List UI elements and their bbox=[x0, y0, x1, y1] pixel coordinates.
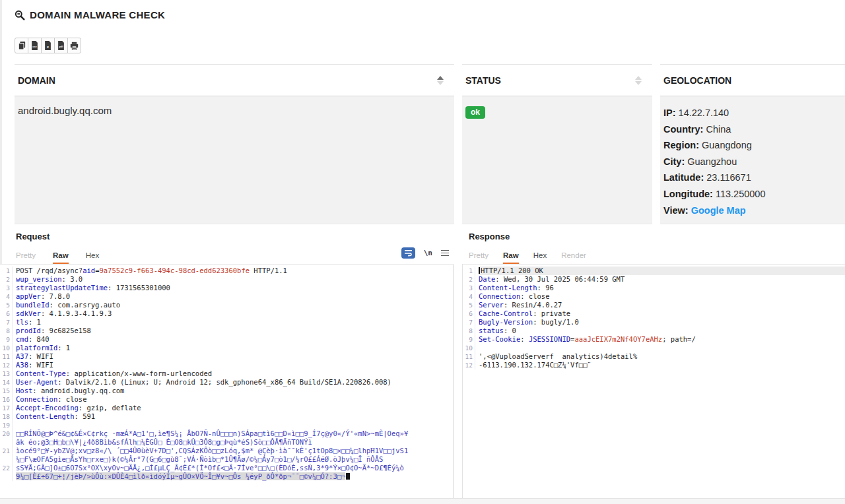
sort-icon bbox=[437, 76, 444, 85]
newline-toggle[interactable]: \n bbox=[424, 249, 432, 257]
code-line: 7Bugly-Version: bugly/1.0 bbox=[463, 318, 845, 327]
code-line: 8status: 0 bbox=[463, 327, 845, 335]
code-line: 19 bbox=[0, 421, 453, 429]
excel-file-icon: x bbox=[44, 41, 51, 50]
code-line: 8prodId: 9c6825e158 bbox=[0, 327, 453, 335]
tab-raw[interactable]: Raw bbox=[503, 251, 519, 264]
table-header-row: DOMAIN STATUS GEOLOCATION bbox=[15, 64, 845, 96]
editor-menu-icon[interactable] bbox=[441, 250, 449, 257]
code-line: 17Accept-Encoding: gzip, deflate bbox=[0, 404, 453, 412]
bottom-scrollbar-track[interactable] bbox=[0, 498, 845, 504]
geolocation-details: IP: 14.22.7.140Country: ChinaRegion: Gua… bbox=[663, 105, 838, 218]
code-line: 4Connection: close bbox=[463, 292, 845, 301]
svg-text:csv: csv bbox=[32, 45, 37, 48]
code-line: 9cmd: 840 bbox=[0, 335, 453, 344]
column-header-status[interactable]: STATUS bbox=[462, 64, 652, 96]
code-line: 6sdkVer: 4.1.9.3-4.1.9.3 bbox=[0, 309, 453, 318]
code-line: 11A37: WIFI bbox=[0, 352, 453, 361]
code-line: 15Host: android.bugly.qq.com bbox=[0, 387, 453, 395]
request-panel-title: Request bbox=[16, 232, 50, 241]
geo-value: 23.116671 bbox=[706, 172, 751, 183]
code-line: 2Date: Wed, 30 Jul 2025 06:44:59 GMT bbox=[463, 275, 845, 284]
wrap-lines-toggle[interactable] bbox=[401, 247, 415, 259]
code-line: 5bundleId: com.arsryg.auto bbox=[0, 301, 453, 309]
code-line: ¼□F\æOFA5gìe□ÅsYh□rxe□)k(©¼Âr°7(G□6□gù8¯… bbox=[0, 455, 453, 464]
geo-field: Country: China bbox=[663, 121, 838, 138]
request-panel: Request Pretty Raw Hex \n bbox=[0, 230, 454, 499]
export-excel-button[interactable]: x bbox=[41, 38, 55, 53]
text-caret bbox=[346, 473, 350, 480]
tab-hex[interactable]: Hex bbox=[86, 251, 99, 264]
csv-file-icon: csv bbox=[31, 41, 38, 50]
geo-field: City: Guangzhou bbox=[663, 154, 838, 170]
status-badge: ok bbox=[465, 106, 485, 119]
code-line: 13Content-Type: application/x-www-form-u… bbox=[0, 369, 453, 378]
page: DOMAIN MALWARE CHECK csv bbox=[0, 0, 845, 504]
response-raw-editor[interactable]: 1HTTP/1.1 200 OK2Date: Wed, 30 Jul 2025 … bbox=[462, 264, 845, 499]
search-icon bbox=[15, 10, 25, 20]
copy-icon bbox=[18, 41, 26, 50]
status-cell: ok bbox=[462, 96, 652, 224]
code-line: 4appVer: 7.8.0 bbox=[0, 292, 453, 301]
export-csv-button[interactable]: csv bbox=[28, 38, 42, 53]
domain-value: android.bugly.qq.com bbox=[18, 104, 112, 116]
code-line: 10 bbox=[463, 344, 845, 352]
code-line: 12-6113.190.132.174C□Z¼'Vf□□¨ bbox=[463, 361, 845, 369]
column-header-geolocation[interactable]: GEOLOCATION bbox=[660, 64, 845, 96]
code-line: 22sS¥Å;GÄ□]O±□6O7Sx°OX\xyOv~□ÄÅ¿‚□Í£µLÇ_… bbox=[0, 464, 453, 472]
pdf-file-icon: pdf bbox=[57, 41, 65, 50]
code-line: 1HTTP/1.1 200 OK bbox=[463, 267, 845, 275]
code-line: 12A38: WIFI bbox=[0, 361, 453, 369]
request-raw-editor[interactable]: 1POST /rqd/async?aid=9a7552c9-f663-494c-… bbox=[0, 264, 454, 499]
print-button[interactable] bbox=[67, 38, 81, 53]
geo-value: 14.22.7.140 bbox=[679, 108, 729, 118]
geo-field: Region: Guangdong bbox=[663, 137, 838, 154]
code-line: 18Content-Length: 591 bbox=[0, 412, 453, 421]
tab-pretty[interactable]: Pretty bbox=[16, 251, 36, 264]
column-label: STATUS bbox=[465, 75, 501, 86]
response-panel: Response Pretty Raw Hex Render 1HTTP/1.1… bbox=[462, 230, 845, 499]
code-line: 14User-Agent: Dalvik/2.1.0 (Linux; U; An… bbox=[0, 378, 453, 387]
tab-hex[interactable]: Hex bbox=[533, 251, 547, 264]
code-line: 10platformId: 1 bbox=[0, 344, 453, 352]
geo-value: 113.250000 bbox=[716, 189, 766, 199]
code-line: 3strategylastUpdateTime: 1731565301000 bbox=[0, 284, 453, 292]
page-title: DOMAIN MALWARE CHECK bbox=[30, 9, 165, 20]
code-line: 11',<@VuploadServerf analytics)4detail% bbox=[463, 352, 845, 361]
code-line: 21ìocé9°□¥-ybZV@;xv□z8«/\ ´□□4Û0ùèV+7D□'… bbox=[0, 447, 453, 455]
geo-value: Guangdong bbox=[702, 140, 752, 150]
svg-text:pdf: pdf bbox=[59, 45, 63, 48]
code-line: 20□□RÍNÕ@□Þ^é&□¢&É×C¢rkç ·mæÁ*A□1'□‚ìe¶S… bbox=[0, 429, 453, 438]
malware-check-table: DOMAIN STATUS GEOLOCATION android.bugly.… bbox=[15, 64, 845, 224]
request-tabbar: Pretty Raw Hex bbox=[0, 246, 454, 264]
export-pdf-button[interactable]: pdf bbox=[54, 38, 68, 53]
geo-field: Longitude: 113.250000 bbox=[663, 186, 838, 203]
table-row: android.bugly.qq.com ok IP: 14.22.7.140C… bbox=[15, 96, 845, 224]
geo-value: China bbox=[706, 124, 731, 135]
tab-render[interactable]: Render bbox=[561, 251, 586, 264]
code-line: âk éo;@3□H□b□\¥|¿4ð8Bìb&sfÁlh□¼ÈGÛ□ É□O8… bbox=[0, 438, 453, 447]
tab-raw[interactable]: Raw bbox=[53, 251, 69, 264]
code-line: 16Connection: close bbox=[0, 395, 453, 404]
code-line: 3Content-Length: 96 bbox=[463, 284, 845, 292]
geo-field: Latitude: 23.116671 bbox=[663, 170, 838, 186]
response-panel-title: Response bbox=[469, 232, 510, 241]
response-tabbar: Pretty Raw Hex Render bbox=[462, 246, 845, 264]
google-map-link[interactable]: Google Map bbox=[691, 205, 746, 216]
wrap-lines-icon bbox=[404, 249, 413, 257]
export-toolbar: csv x pdf bbox=[15, 38, 81, 53]
code-line: 7tls: 1 bbox=[0, 318, 453, 327]
page-header: DOMAIN MALWARE CHECK bbox=[15, 9, 165, 20]
request-editor-controls: \n bbox=[401, 247, 449, 259]
sort-icon bbox=[635, 76, 642, 85]
copy-button[interactable] bbox=[15, 38, 28, 53]
svg-text:x: x bbox=[47, 45, 49, 49]
text-caret bbox=[479, 267, 480, 274]
column-header-domain[interactable]: DOMAIN bbox=[15, 64, 454, 96]
code-line: 5Server: Resin/4.0.27 bbox=[463, 301, 845, 309]
domain-cell: android.bugly.qq.com bbox=[15, 96, 454, 224]
tab-pretty[interactable]: Pretty bbox=[469, 251, 489, 264]
code-line: 1POST /rqd/async?aid=9a7552c9-f663-494c-… bbox=[0, 267, 453, 275]
geo-value: Guangzhou bbox=[687, 156, 737, 167]
code-line: 2wup_version: 3.0 bbox=[0, 275, 453, 284]
